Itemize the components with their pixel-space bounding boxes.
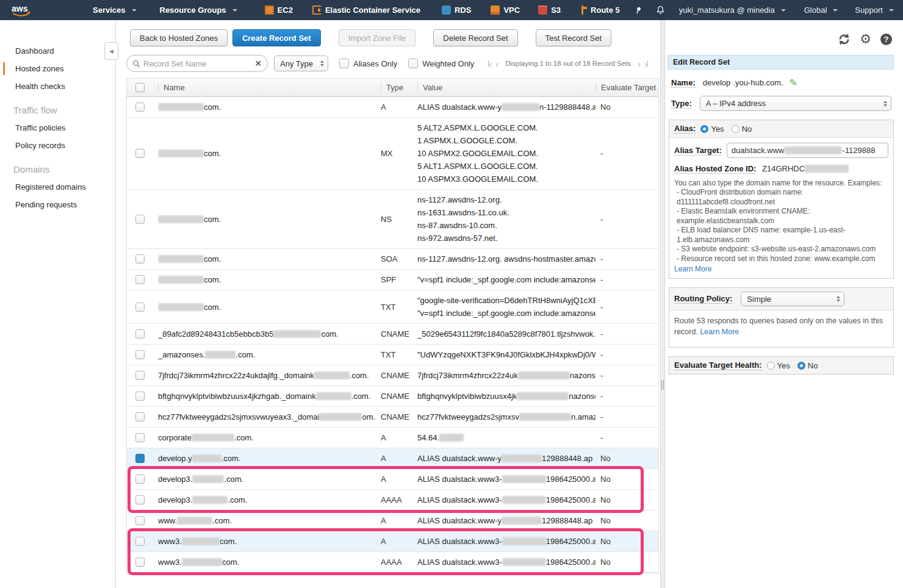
row-checkbox[interactable]: [135, 392, 145, 401]
aliases-only-filter[interactable]: Aliases Only: [339, 59, 397, 68]
table-row[interactable]: corporate.com.A54.64.-: [127, 428, 658, 448]
last-page-icon[interactable]: ›: [642, 59, 650, 68]
learn-more-link[interactable]: Learn More: [700, 328, 739, 336]
row-checkbox[interactable]: [135, 433, 145, 442]
alias-target-input[interactable]: dualstack.www-1129888: [727, 143, 888, 158]
row-checkbox[interactable]: [135, 102, 145, 112]
table-row[interactable]: www3.com.AAAAALIAS dualstack.www3-198642…: [127, 552, 658, 573]
column-header-name[interactable]: Name: [158, 82, 381, 93]
nav-shortcut-ec2[interactable]: EC2: [265, 5, 293, 15]
nav-shortcut-rds[interactable]: RDS: [442, 5, 471, 15]
first-page-icon[interactable]: ‹: [486, 59, 494, 68]
eth-yes-radio[interactable]: [767, 362, 775, 370]
alias-help-item: CloudFront distribution domain name: d11…: [674, 188, 888, 207]
row-checkbox[interactable]: [135, 412, 145, 421]
bell-icon[interactable]: [655, 5, 666, 15]
table-row[interactable]: www..com.AALIAS dualstack.www-y129888448…: [127, 511, 658, 531]
column-header-type[interactable]: Type: [381, 82, 417, 93]
row-checkbox[interactable]: [135, 475, 145, 484]
table-row[interactable]: hcz77fvktweeygadzs2sjmxsvwuyeax3._domaio…: [127, 407, 658, 428]
alias-no-radio[interactable]: [732, 125, 739, 133]
row-checkbox[interactable]: [135, 329, 145, 339]
gear-icon[interactable]: ⚙: [860, 33, 871, 46]
table-row[interactable]: com.MX5 ALT2.ASPMX.L.GOOGLE.COM.1 ASPMX.…: [127, 118, 658, 190]
row-checkbox[interactable]: [135, 537, 145, 546]
pin-icon[interactable]: [633, 5, 643, 15]
table-row[interactable]: com.SPF"v=spf1 include:_spf.google.com i…: [127, 270, 658, 290]
select-all-checkbox[interactable]: [135, 83, 145, 92]
help-icon[interactable]: ?: [880, 34, 892, 45]
record-type: CNAME: [381, 392, 417, 401]
record-search-box[interactable]: ✕: [126, 55, 268, 72]
row-checkbox[interactable]: [135, 454, 145, 463]
sidebar-item-pending-requests[interactable]: Pending requests: [0, 196, 115, 213]
table-row[interactable]: _amazonses..com.TXT"UdWYzqgeNXKT3FK9n4J0…: [127, 345, 658, 365]
record-type: NS: [381, 215, 417, 224]
delete-record-set-button[interactable]: Delete Record Set: [433, 29, 517, 46]
column-header-value[interactable]: Value: [417, 82, 595, 93]
nav-support-menu[interactable]: Support: [855, 5, 894, 15]
nav-shortcut-vpc[interactable]: VPC: [491, 5, 520, 15]
sidebar-item-registered-domains[interactable]: Registered domains: [0, 178, 115, 196]
row-checkbox[interactable]: [135, 495, 145, 504]
row-checkbox[interactable]: [135, 371, 145, 380]
column-header-evaluate[interactable]: Evaluate Target He: [595, 82, 658, 93]
learn-more-link[interactable]: Learn More: [674, 265, 711, 273]
row-checkbox[interactable]: [135, 275, 145, 284]
nav-user-menu[interactable]: yuki_matsukura @ minedia: [679, 5, 786, 15]
table-row[interactable]: develop.y.com.AALIAS dualstack.www-y1298…: [127, 448, 658, 469]
table-row[interactable]: com.SOAns-1127.awsdns-12.org. awsdns-hos…: [127, 249, 658, 270]
sidebar-item-policy-records[interactable]: Policy records: [0, 137, 115, 154]
row-checkbox[interactable]: [135, 149, 145, 158]
table-row[interactable]: com.TXT"google-site-verification=D6dehTR…: [127, 290, 658, 324]
row-checkbox[interactable]: [135, 558, 145, 567]
routing-policy-select[interactable]: Simple: [741, 292, 844, 306]
table-row[interactable]: bftghqnvyklptvibiwbzuusx4jkzhgab._domain…: [127, 386, 658, 407]
nav-shortcut-s3[interactable]: S3: [538, 5, 561, 15]
record-type: A: [381, 516, 417, 525]
test-record-set-button[interactable]: Test Record Set: [536, 29, 612, 46]
nav-services[interactable]: Services: [93, 5, 137, 15]
row-checkbox[interactable]: [135, 303, 145, 312]
search-input[interactable]: [143, 59, 254, 68]
row-checkbox[interactable]: [135, 350, 145, 359]
table-row[interactable]: www3.com.AALIAS dualstack.www3-198642500…: [127, 531, 658, 552]
sidebar-item-dashboard[interactable]: Dashboard: [0, 42, 115, 60]
nav-shortcut-ecs[interactable]: Elastic Container Service: [312, 5, 420, 15]
sidebar-collapse-button[interactable]: ◀: [104, 42, 118, 60]
next-page-icon[interactable]: ›: [636, 59, 642, 68]
nav-region-menu[interactable]: Global: [804, 5, 838, 15]
table-row[interactable]: develop3..com.AALIAS dualstack.www3-1986…: [127, 469, 658, 490]
nav-resource-groups[interactable]: Resource Groups: [160, 5, 237, 15]
record-evaluate-health: -: [595, 350, 658, 359]
alias-yes-radio[interactable]: [700, 125, 708, 133]
refresh-icon[interactable]: [838, 33, 851, 46]
aws-logo[interactable]: aws: [10, 3, 33, 18]
table-row[interactable]: develop3..com.AAAAALIAS dualstack.www3-1…: [127, 490, 658, 511]
create-record-set-button[interactable]: Create Record Set: [232, 29, 321, 46]
record-type-select[interactable]: A – IPv4 address: [700, 96, 891, 111]
table-row[interactable]: com.AALIAS dualstack.www-yn-1129888448.a…: [127, 97, 658, 118]
record-name: develop.y.com.: [158, 454, 381, 463]
weighted-only-checkbox[interactable]: [408, 59, 418, 68]
table-row[interactable]: com.NSns-1127.awsdns-12.org.ns-1631.awsd…: [127, 190, 658, 249]
row-checkbox[interactable]: [135, 215, 145, 224]
edit-name-pencil-icon[interactable]: ✎: [790, 77, 797, 88]
nav-shortcut-route53[interactable]: Route 5: [578, 5, 620, 15]
weighted-only-filter[interactable]: Weighted Only: [408, 59, 474, 68]
panel-resize-splitter[interactable]: [660, 20, 665, 588]
name-label: Name:: [671, 78, 696, 88]
row-checkbox[interactable]: [135, 516, 145, 525]
aliases-only-checkbox[interactable]: [339, 59, 349, 68]
table-row[interactable]: 7jfrdcj73ikmrm4zhrcx22z4ukdajlfg._domain…: [127, 365, 658, 386]
back-to-hosted-zones-button[interactable]: Back to Hosted Zones: [130, 29, 228, 46]
type-filter-select[interactable]: Any Type: [274, 56, 328, 71]
prev-page-icon[interactable]: ‹: [494, 59, 500, 68]
row-checkbox[interactable]: [135, 254, 145, 264]
clear-search-icon[interactable]: ✕: [254, 59, 262, 68]
table-row[interactable]: _89afc2d89248431cb5ebbcb3b5com.CNAME_502…: [127, 324, 658, 345]
sidebar-item-traffic-policies[interactable]: Traffic policies: [0, 119, 115, 137]
eth-no-radio[interactable]: [797, 362, 805, 370]
sidebar-item-hosted-zones[interactable]: Hosted zones: [0, 60, 115, 77]
sidebar-item-health-checks[interactable]: Health checks: [0, 77, 115, 95]
